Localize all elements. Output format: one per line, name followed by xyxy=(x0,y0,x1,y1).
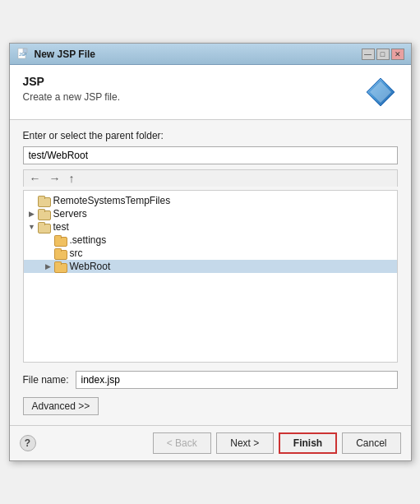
tree-item-label: test xyxy=(53,221,69,233)
folder-icon xyxy=(53,247,67,259)
title-controls: — □ ✕ xyxy=(362,49,404,60)
tree-item[interactable]: test xyxy=(24,220,397,234)
folder-icon xyxy=(37,195,50,206)
tree-back-button[interactable]: ← xyxy=(27,172,44,185)
maximize-button[interactable]: □ xyxy=(376,49,390,60)
close-button[interactable]: ✕ xyxy=(391,49,404,60)
bottom-bar: ? < Back Next > Finish Cancel xyxy=(10,425,411,460)
svg-marker-4 xyxy=(370,81,391,103)
tree-item-label: .settings xyxy=(70,234,107,246)
bottom-left: ? xyxy=(20,435,36,451)
tree-arrow-icon xyxy=(44,262,53,270)
svg-text:JSP: JSP xyxy=(19,52,26,57)
tree-item[interactable]: .settings xyxy=(24,234,397,247)
dialog-icon: JSP xyxy=(16,48,30,61)
tree-item[interactable]: Servers xyxy=(24,207,397,220)
header-section: JSP Create a new JSP file. xyxy=(10,65,411,120)
help-button[interactable]: ? xyxy=(20,435,36,451)
filename-input[interactable] xyxy=(76,371,398,389)
folder-icon xyxy=(37,208,50,220)
tree-item[interactable]: src xyxy=(24,247,397,260)
folder-icon xyxy=(53,234,67,246)
folder-path-input[interactable] xyxy=(23,146,398,164)
next-button[interactable]: Next > xyxy=(216,432,274,454)
tree-item[interactable]: RemoteSystemsTempFiles xyxy=(24,194,397,207)
tree-item-label: src xyxy=(70,247,83,259)
folder-icon xyxy=(53,261,67,272)
finish-button[interactable]: Finish xyxy=(279,432,337,454)
tree-item-label: RemoteSystemsTempFiles xyxy=(53,195,171,206)
tree-up-button[interactable]: ↑ xyxy=(67,172,77,185)
tree-arrow-icon xyxy=(27,223,37,231)
tree-item-label: Servers xyxy=(53,208,87,220)
header-heading: JSP xyxy=(23,75,121,88)
filename-row: File name: xyxy=(23,371,398,389)
header-text: JSP Create a new JSP file. xyxy=(23,75,121,103)
tree-arrow-icon xyxy=(27,210,37,218)
advanced-row: Advanced >> xyxy=(23,397,398,415)
title-text: New JSP File xyxy=(35,49,95,60)
header-icon xyxy=(363,75,398,109)
content-area: Enter or select the parent folder: ← → ↑… xyxy=(10,120,411,425)
tree-item[interactable]: WebRoot xyxy=(24,260,397,273)
back-button[interactable]: < Back xyxy=(153,432,211,454)
title-bar: JSP New JSP File — □ ✕ xyxy=(10,44,411,65)
header-description: Create a new JSP file. xyxy=(23,91,121,103)
title-bar-left: JSP New JSP File xyxy=(16,48,95,61)
folder-label: Enter or select the parent folder: xyxy=(23,130,398,141)
tree-toolbar: ← → ↑ xyxy=(23,169,398,187)
cancel-button[interactable]: Cancel xyxy=(342,432,400,454)
minimize-button[interactable]: — xyxy=(362,49,375,60)
tree-container[interactable]: RemoteSystemsTempFilesServerstest.settin… xyxy=(23,190,398,363)
filename-label: File name: xyxy=(23,374,69,386)
tree-item-label: WebRoot xyxy=(70,261,111,272)
tree-forward-button[interactable]: → xyxy=(47,172,63,185)
bottom-right: < Back Next > Finish Cancel xyxy=(153,432,401,454)
advanced-button[interactable]: Advanced >> xyxy=(23,397,99,415)
folder-icon xyxy=(37,221,50,233)
dialog-window: JSP New JSP File — □ ✕ JSP Create a new … xyxy=(9,43,412,461)
